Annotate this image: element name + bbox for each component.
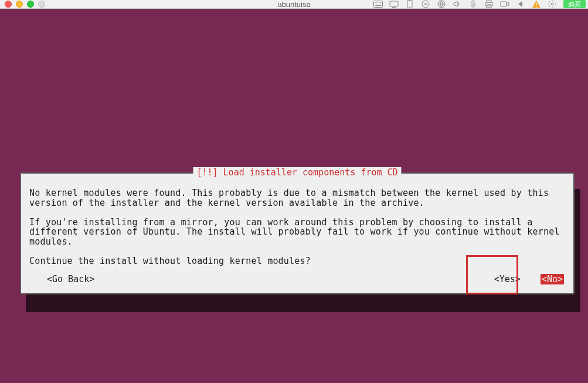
svg-rect-15 (472, 1, 474, 5)
dialog-paragraph-1: No kernel modules were found. This proba… (29, 188, 554, 208)
svg-rect-0 (374, 1, 383, 8)
installer-dialog: [!!] Load installer components from CD N… (20, 172, 575, 294)
play-left-icon[interactable] (516, 0, 525, 8)
dialog-question: Continue the install without loading ker… (29, 256, 311, 266)
svg-point-23 (551, 3, 553, 5)
dialog-buttons: <Go Back> <Yes> <No> (29, 274, 565, 284)
dialog-paragraph-2: If you're installing from a mirror, you … (29, 217, 565, 247)
keyboard-icon[interactable] (373, 0, 383, 8)
camera-icon[interactable] (500, 0, 509, 8)
svg-point-11 (422, 1, 429, 8)
zoom-window-button[interactable] (27, 1, 34, 8)
minimize-window-button[interactable] (16, 1, 23, 8)
network-icon[interactable] (437, 0, 446, 8)
tablet-icon[interactable] (405, 0, 414, 8)
svg-rect-20 (501, 2, 507, 6)
menubar-status-icons: 购买 (373, 0, 586, 8)
svg-point-12 (425, 4, 427, 5)
yes-button[interactable]: <Yes> (492, 274, 523, 284)
close-window-button[interactable] (5, 1, 12, 8)
microphone-icon[interactable] (468, 0, 478, 8)
svg-point-22 (536, 6, 537, 7)
vm-guest-screen: [!!] Load installer components from CD N… (0, 9, 588, 383)
sound-icon[interactable] (453, 0, 462, 8)
purchase-button[interactable]: 购买 (563, 0, 586, 8)
window-title: ubuntuiso (277, 0, 310, 9)
dialog-body: No kernel modules were found. This proba… (29, 188, 565, 266)
warning-icon[interactable] (532, 0, 541, 8)
dialog-title: [!!] Load installer components from CD (193, 167, 401, 178)
go-back-button[interactable]: <Go Back> (47, 274, 94, 284)
window-controls (5, 1, 45, 8)
svg-rect-7 (390, 1, 398, 6)
printer-icon[interactable] (484, 0, 494, 8)
host-menubar: ubuntuiso 购买 (0, 0, 588, 9)
display-icon[interactable] (389, 0, 399, 8)
disc-icon[interactable] (421, 0, 430, 8)
no-button[interactable]: <No> (541, 274, 564, 284)
gear-icon[interactable] (548, 0, 557, 8)
inactive-window-button (38, 1, 45, 8)
